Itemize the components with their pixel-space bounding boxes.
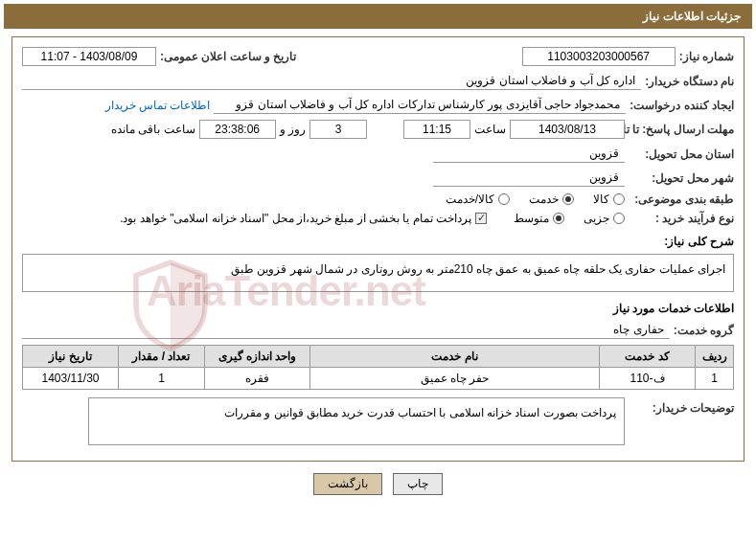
requester-label: ایجاد کننده درخواست: [630, 99, 734, 112]
time-word: ساعت [474, 123, 506, 136]
cell-date: 1403/11/30 [23, 368, 119, 390]
radio-goods[interactable]: کالا [593, 192, 625, 206]
cell-name: حفر چاه عمیق [310, 368, 600, 390]
deadline-label: مهلت ارسال پاسخ: تا تاریخ: [629, 123, 734, 136]
cell-unit: فقره [205, 368, 310, 390]
buyer-org-value: اداره کل آب و فاضلاب استان قزوین [22, 72, 641, 90]
radio-goods-service-label: کالا/خدمت [446, 192, 494, 206]
delivery-province-value: قزوین [433, 145, 625, 163]
need-number-label: شماره نیاز: [679, 50, 734, 63]
radio-goods-service[interactable]: کالا/خدمت [446, 192, 510, 206]
details-panel: AriaTender.net شماره نیاز: 1103003203000… [11, 36, 745, 462]
radio-icon [613, 193, 625, 205]
service-group-label: گروه خدمت: [674, 324, 734, 337]
delivery-city-label: شهر محل تحویل: [629, 171, 734, 185]
cell-qty: 1 [119, 368, 205, 390]
radio-goods-label: کالا [593, 192, 609, 206]
radio-service[interactable]: خدمت [529, 192, 574, 206]
subject-class-label: طبقه بندی موضوعی: [629, 192, 734, 206]
payment-note: پرداخت تمام یا بخشی از مبلغ خرید،از محل … [120, 212, 471, 225]
th-row: ردیف [696, 346, 734, 368]
radio-icon [553, 213, 564, 224]
th-code: کد خدمت [600, 346, 696, 368]
buyer-contact-link[interactable]: اطلاعات تماس خریدار [105, 99, 211, 112]
buyer-org-label: نام دستگاه خریدار: [645, 75, 734, 88]
need-number-value: 1103003203000567 [522, 47, 676, 66]
th-name: نام خدمت [310, 346, 600, 368]
radio-service-label: خدمت [529, 192, 559, 206]
cell-code: ف-110 [600, 368, 696, 390]
overall-desc-label: شرح کلی نیاز: [22, 235, 734, 248]
time-remaining-label: ساعت باقی مانده [111, 123, 195, 136]
radio-icon [498, 193, 510, 205]
remaining-days-value: 3 [309, 120, 367, 139]
purchase-type-label: نوع فرآیند خرید : [629, 212, 734, 225]
th-qty: تعداد / مقدار [119, 346, 205, 368]
deadline-date-value: 1403/08/13 [510, 120, 625, 139]
table-row: 1 ف-110 حفر چاه عمیق فقره 1 1403/11/30 [23, 368, 734, 390]
overall-desc-value: اجرای عملیات حفاری یک حلقه چاه عمیق به ع… [22, 254, 734, 292]
back-button[interactable]: بازگشت [313, 473, 382, 495]
radio-medium[interactable]: متوسط [514, 212, 564, 225]
deadline-time-value: 11:15 [403, 120, 470, 139]
radio-minor[interactable]: جزیی [584, 212, 625, 225]
payment-checkbox[interactable] [475, 213, 487, 224]
cell-row: 1 [696, 368, 734, 390]
radio-minor-label: جزیی [584, 212, 609, 225]
page-header: جزئیات اطلاعات نیاز [4, 4, 752, 29]
announce-datetime-label: تاریخ و ساعت اعلان عمومی: [160, 50, 296, 63]
th-unit: واحد اندازه گیری [205, 346, 310, 368]
delivery-province-label: استان محل تحویل: [629, 147, 734, 161]
remaining-time-value: 23:38:06 [199, 120, 276, 139]
radio-icon [562, 193, 574, 205]
buyer-notes-value: پرداخت بصورت اسناد خزانه اسلامی با احتسا… [88, 397, 625, 445]
radio-medium-label: متوسط [514, 212, 549, 225]
footer-buttons: چاپ بازگشت [0, 473, 756, 503]
services-table: ردیف کد خدمت نام خدمت واحد اندازه گیری ت… [22, 345, 734, 390]
services-info-title: اطلاعات خدمات مورد نیاز [22, 302, 734, 315]
days-and-label: روز و [280, 123, 306, 136]
service-group-value: حفاری چاه [22, 321, 670, 339]
announce-datetime-value: 1403/08/09 - 11:07 [22, 47, 156, 66]
buyer-notes-label: توضیحات خریدار: [629, 397, 734, 415]
radio-icon [613, 213, 625, 224]
delivery-city-value: قزوین [433, 169, 625, 187]
print-button[interactable]: چاپ [393, 473, 443, 495]
requester-value: محمدجواد حاجی آقایزدی پور کارشناس تدارکا… [214, 96, 626, 114]
th-date: تاریخ نیاز [23, 346, 119, 368]
